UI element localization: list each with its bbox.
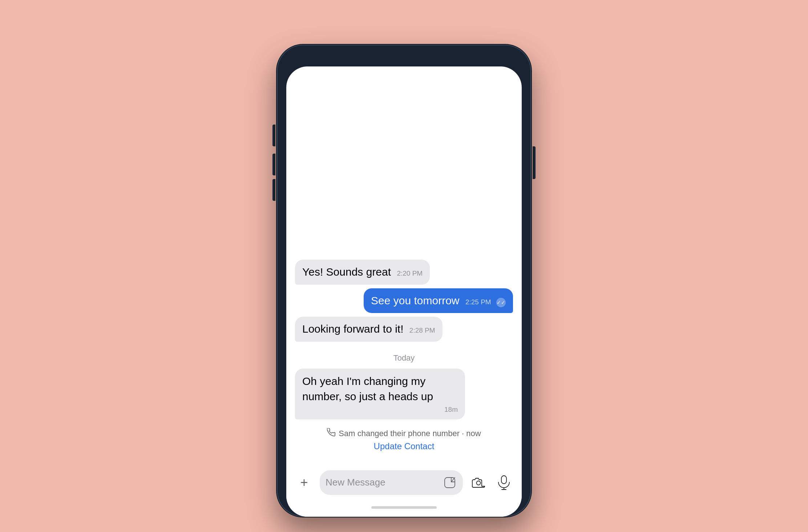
mic-button[interactable] [494,473,514,492]
message-content: Oh yeah I'm changing my number, so just … [302,374,458,414]
table-row: Looking forward to it! 2:28 PM [295,317,513,342]
message-bubble-received-3: Oh yeah I'm changing my number, so just … [295,369,465,419]
messages-area: Yes! Sounds great 2:20 PM See you tomorr… [286,66,522,465]
table-row: Oh yeah I'm changing my number, so just … [295,369,513,419]
phone-wrapper: Yes! Sounds great 2:20 PM See you tomorr… [277,16,531,517]
system-notification-message: Sam changed their phone number · now [339,429,481,438]
phone-frame: Yes! Sounds great 2:20 PM See you tomorr… [277,45,531,517]
message-text: Oh yeah I'm changing my number, so just … [302,375,433,402]
table-row: Yes! Sounds great 2:20 PM [295,260,513,285]
phone-changed-icon [327,428,336,439]
message-time: 18m [444,405,458,414]
svg-rect-2 [501,476,506,484]
message-bubble-sent-1: See you tomorrow 2:25 PM ✓✓ [364,288,513,313]
date-separator-label: Today [393,353,415,362]
read-receipt-icon: ✓✓ [496,298,506,307]
message-input-wrapper[interactable]: New Message [320,470,463,495]
sticker-icon[interactable] [443,475,457,490]
table-row: See you tomorrow 2:25 PM ✓✓ [295,288,513,313]
message-input-placeholder[interactable]: New Message [326,477,439,488]
date-separator: Today [295,353,513,363]
update-contact-button[interactable]: Update Contact [374,441,435,451]
input-bar: + New Message [286,465,522,499]
message-time: 2:28 PM [409,326,435,334]
system-notification: Sam changed their phone number · now Upd… [295,428,513,451]
message-time: 2:25 PM [465,298,491,306]
message-bubble-received-1: Yes! Sounds great 2:20 PM [295,260,430,285]
add-icon: + [300,475,308,490]
message-time: 2:20 PM [397,269,423,277]
message-text: Looking forward to it! [302,323,403,335]
home-indicator [286,499,522,517]
message-text: See you tomorrow [371,295,459,306]
message-bubble-received-2: Looking forward to it! 2:28 PM [295,317,443,342]
svg-point-1 [477,481,481,485]
camera-button[interactable] [469,473,488,492]
phone-screen: Yes! Sounds great 2:20 PM See you tomorr… [286,66,522,517]
add-button[interactable]: + [294,473,314,492]
message-text: Yes! Sounds great [302,266,391,278]
home-bar [371,506,437,509]
system-notification-text: Sam changed their phone number · now [327,428,481,439]
